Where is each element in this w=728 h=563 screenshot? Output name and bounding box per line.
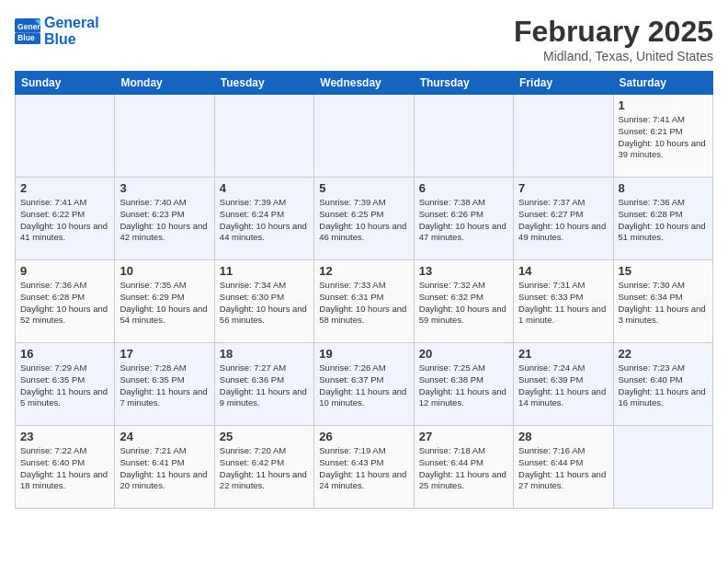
day-info: Sunset: 6:37 PM — [319, 374, 408, 386]
day-info: Sunrise: 7:41 AM — [619, 114, 708, 126]
day-info: Daylight: 10 hours and 58 minutes. — [319, 304, 408, 327]
svg-text:Blue: Blue — [17, 33, 35, 42]
day-info: Daylight: 11 hours and 1 minute. — [518, 304, 608, 327]
day-info: Sunset: 6:43 PM — [319, 457, 408, 469]
day-number: 7 — [518, 181, 608, 195]
logo-icon: General Blue — [15, 18, 40, 44]
calendar-cell: 8Sunrise: 7:36 AMSunset: 6:28 PMDaylight… — [613, 178, 712, 260]
day-info: Sunrise: 7:23 AM — [619, 362, 708, 374]
calendar-cell: 9Sunrise: 7:36 AMSunset: 6:28 PMDaylight… — [16, 260, 115, 343]
calendar-cell — [514, 95, 613, 178]
day-info: Sunrise: 7:25 AM — [419, 362, 508, 374]
day-info: Daylight: 10 hours and 49 minutes. — [518, 221, 608, 245]
calendar-cell: 25Sunrise: 7:20 AMSunset: 6:42 PMDayligh… — [214, 426, 313, 509]
day-info: Sunset: 6:44 PM — [419, 457, 508, 469]
day-info: Sunrise: 7:24 AM — [518, 362, 608, 374]
calendar-subtitle: Midland, Texas, United States — [514, 49, 713, 63]
day-number: 11 — [220, 264, 309, 278]
calendar-cell: 16Sunrise: 7:29 AMSunset: 6:35 PMDayligh… — [16, 343, 115, 426]
day-info: Daylight: 11 hours and 24 minutes. — [319, 469, 408, 493]
day-info: Sunrise: 7:29 AM — [20, 362, 109, 374]
day-info: Daylight: 10 hours and 52 minutes. — [20, 304, 109, 327]
day-number: 24 — [119, 430, 209, 443]
day-info: Sunset: 6:36 PM — [220, 374, 309, 386]
day-number: 9 — [20, 264, 109, 278]
day-number: 21 — [518, 347, 608, 361]
day-info: Sunrise: 7:39 AM — [220, 197, 309, 209]
title-area: February 2025 Midland, Texas, United Sta… — [514, 15, 713, 63]
day-info: Sunset: 6:22 PM — [20, 209, 109, 221]
day-info: Daylight: 11 hours and 3 minutes. — [619, 304, 708, 327]
calendar-cell: 21Sunrise: 7:24 AMSunset: 6:39 PMDayligh… — [514, 343, 613, 426]
calendar-cell: 23Sunrise: 7:22 AMSunset: 6:40 PMDayligh… — [16, 426, 115, 509]
weekday-header-tuesday: Tuesday — [214, 72, 313, 95]
day-info: Sunrise: 7:37 AM — [518, 197, 608, 209]
day-info: Daylight: 11 hours and 10 minutes. — [319, 386, 408, 410]
day-number: 17 — [119, 347, 209, 361]
day-number: 19 — [319, 347, 408, 361]
day-number: 23 — [20, 430, 109, 443]
day-info: Sunrise: 7:30 AM — [619, 280, 708, 292]
day-info: Sunset: 6:28 PM — [20, 292, 109, 304]
calendar-cell: 20Sunrise: 7:25 AMSunset: 6:38 PMDayligh… — [414, 343, 513, 426]
day-info: Sunset: 6:41 PM — [119, 457, 209, 469]
day-info: Daylight: 10 hours and 47 minutes. — [419, 221, 508, 245]
day-info: Sunset: 6:35 PM — [119, 374, 209, 386]
day-info: Sunset: 6:30 PM — [220, 292, 309, 304]
day-info: Sunset: 6:42 PM — [220, 457, 309, 469]
day-info: Sunrise: 7:41 AM — [20, 197, 109, 209]
day-info: Sunset: 6:38 PM — [419, 374, 508, 386]
weekday-header-wednesday: Wednesday — [314, 72, 414, 95]
day-number: 28 — [518, 430, 608, 443]
day-number: 14 — [518, 264, 608, 278]
day-info: Sunrise: 7:21 AM — [119, 445, 209, 457]
calendar-cell: 22Sunrise: 7:23 AMSunset: 6:40 PMDayligh… — [613, 343, 712, 426]
day-number: 4 — [220, 181, 309, 195]
day-info: Sunrise: 7:32 AM — [419, 280, 508, 292]
calendar-cell — [613, 426, 712, 509]
day-info: Sunset: 6:29 PM — [119, 292, 209, 304]
day-info: Daylight: 11 hours and 12 minutes. — [419, 386, 508, 410]
calendar-cell — [414, 95, 513, 178]
day-info: Sunrise: 7:35 AM — [119, 280, 209, 292]
day-number: 1 — [619, 98, 708, 112]
day-info: Sunrise: 7:31 AM — [518, 280, 608, 292]
day-info: Sunrise: 7:39 AM — [319, 197, 408, 209]
calendar-cell: 14Sunrise: 7:31 AMSunset: 6:33 PMDayligh… — [514, 260, 613, 343]
calendar-cell: 27Sunrise: 7:18 AMSunset: 6:44 PMDayligh… — [414, 426, 513, 509]
day-info: Sunset: 6:24 PM — [220, 209, 309, 221]
day-info: Daylight: 11 hours and 16 minutes. — [619, 386, 708, 410]
day-number: 5 — [319, 181, 408, 195]
day-number: 10 — [119, 264, 209, 278]
day-info: Daylight: 11 hours and 25 minutes. — [419, 469, 508, 493]
day-info: Daylight: 11 hours and 14 minutes. — [518, 386, 608, 410]
day-number: 6 — [419, 181, 508, 195]
weekday-header-thursday: Thursday — [414, 72, 513, 95]
day-info: Daylight: 10 hours and 56 minutes. — [220, 304, 309, 327]
day-number: 26 — [319, 430, 408, 443]
day-number: 20 — [419, 347, 508, 361]
day-number: 15 — [619, 264, 708, 278]
day-number: 16 — [20, 347, 109, 361]
calendar-cell: 13Sunrise: 7:32 AMSunset: 6:32 PMDayligh… — [414, 260, 513, 343]
day-info: Sunrise: 7:36 AM — [20, 280, 109, 292]
day-info: Sunset: 6:40 PM — [619, 374, 708, 386]
day-info: Daylight: 11 hours and 7 minutes. — [119, 386, 209, 410]
day-info: Sunset: 6:26 PM — [419, 209, 508, 221]
calendar-cell: 1Sunrise: 7:41 AMSunset: 6:21 PMDaylight… — [613, 95, 712, 178]
logo-general: General — [44, 15, 99, 31]
day-number: 2 — [20, 181, 109, 195]
day-info: Sunrise: 7:19 AM — [319, 445, 408, 457]
weekday-header-friday: Friday — [514, 72, 613, 95]
day-info: Sunrise: 7:36 AM — [619, 197, 708, 209]
svg-text:General: General — [17, 22, 40, 31]
calendar-cell — [115, 95, 214, 178]
day-number: 25 — [220, 430, 309, 443]
day-info: Sunset: 6:27 PM — [518, 209, 608, 221]
day-info: Sunset: 6:21 PM — [619, 126, 708, 138]
day-info: Sunset: 6:31 PM — [319, 292, 408, 304]
calendar-cell — [314, 95, 414, 178]
calendar-cell: 19Sunrise: 7:26 AMSunset: 6:37 PMDayligh… — [314, 343, 414, 426]
calendar-cell: 17Sunrise: 7:28 AMSunset: 6:35 PMDayligh… — [115, 343, 214, 426]
day-info: Daylight: 10 hours and 44 minutes. — [220, 221, 309, 245]
